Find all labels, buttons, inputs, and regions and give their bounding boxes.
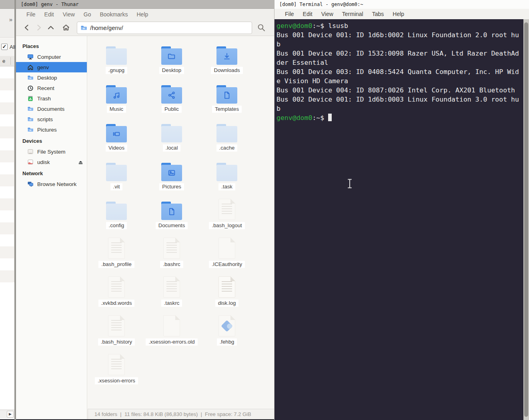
file-item[interactable]: .gnupg	[89, 40, 144, 74]
sidebar-item-genv[interactable]: genv	[16, 62, 87, 72]
documents-folder-icon	[161, 202, 182, 220]
terminal-prompt-line: genv@dom0:~$	[277, 113, 523, 122]
menu-item-help[interactable]: Help	[389, 10, 408, 18]
terminal-screen[interactable]: genv@dom0:~$ lsusb Bus 001 Device 001: I…	[275, 19, 523, 420]
file-item[interactable]: Templates	[199, 79, 254, 113]
file-item[interactable]: .bash_profile	[89, 234, 144, 268]
path-bar[interactable]	[77, 22, 252, 34]
script-file-icon	[218, 315, 235, 336]
terminal-scrollbar[interactable]	[523, 19, 529, 420]
background-window: » ✓ All e ▶	[0, 0, 16, 420]
menu-item-bookmarks[interactable]: Bookmarks	[96, 10, 132, 19]
file-item[interactable]: .bashrc	[144, 234, 199, 268]
folder-icon	[27, 106, 34, 112]
background-window-titlebar	[0, 0, 14, 9]
menu-item-edit[interactable]: Edit	[40, 10, 58, 19]
menu-item-file[interactable]: File	[281, 10, 298, 18]
terminal-output-line: b	[277, 104, 523, 113]
file-item[interactable]: .vit	[89, 156, 144, 190]
up-icon	[47, 24, 55, 32]
file-item[interactable]: .fehbg	[199, 312, 254, 346]
sidebar-item-recent[interactable]: Recent	[16, 83, 87, 93]
pictures-folder-icon	[161, 163, 182, 181]
sidebar-item-udisk[interactable]: udisk	[16, 157, 87, 167]
path-input[interactable]	[90, 24, 248, 31]
terminal-window: [dom0] Terminal - genv@dom0:~ File Edit …	[275, 0, 529, 420]
menu-item-edit[interactable]: Edit	[299, 10, 317, 18]
folder-icon	[161, 46, 182, 65]
scroll-right-button[interactable]: ▶	[7, 411, 14, 418]
harddisk-icon	[27, 148, 34, 155]
sidebar-item-browse-network[interactable]: Browse Network	[16, 179, 87, 189]
sidebar-item-desktop[interactable]: Desktop	[16, 72, 87, 83]
thunar-sidebar: Places Computer genv Desktop Recent Tras…	[16, 36, 87, 419]
public-folder-icon	[161, 85, 182, 104]
terminal-output-line: e Vision HD Camera	[277, 76, 523, 86]
file-grid[interactable]: .gnupg Desktop Downloads Music Public Te…	[87, 36, 274, 419]
toolbar-overflow-button[interactable]: »	[9, 16, 12, 23]
file-item[interactable]: Downloads	[199, 40, 254, 74]
file-item[interactable]: .ICEauthority	[199, 234, 254, 268]
search-button[interactable]	[255, 22, 267, 34]
sidebar-item-file-system[interactable]: File System	[16, 146, 87, 157]
text-file-icon	[108, 238, 125, 259]
sidebar-item-trash[interactable]: Trash	[16, 93, 87, 104]
terminal-prompt-line: genv@dom0:~$ lsusb	[277, 21, 523, 30]
blank-file-icon	[218, 238, 235, 259]
video-emblem-icon	[112, 130, 121, 138]
column-header[interactable]: e	[0, 56, 14, 66]
scrollbar-thumb[interactable]	[524, 22, 528, 417]
folder-emblem-icon	[167, 52, 176, 61]
file-item[interactable]: .taskrc	[144, 273, 199, 307]
file-item[interactable]: .cache	[199, 118, 254, 152]
text-file-icon	[218, 276, 235, 298]
text-file-icon	[108, 354, 125, 375]
file-item[interactable]: .xvkbd.words	[89, 273, 144, 307]
terminal-output-line: Bus 002 Device 001: ID 1d6b:0003 Linux F…	[277, 95, 523, 104]
trash-icon	[27, 95, 34, 102]
terminal-output-line: Bus 001 Device 002: ID 1532:0098 Razer U…	[277, 49, 523, 58]
back-button[interactable]	[21, 22, 33, 34]
terminal-cursor	[328, 114, 332, 121]
thunar-toolbar	[16, 20, 274, 36]
sidebar-item-computer[interactable]: Computer	[16, 52, 87, 62]
file-item[interactable]: .bash_logout	[199, 195, 254, 229]
forward-button[interactable]	[33, 22, 45, 34]
menu-item-tabs[interactable]: Tabs	[368, 10, 388, 18]
home-button[interactable]	[60, 22, 72, 34]
menu-item-help[interactable]: Help	[133, 10, 152, 19]
sidebar-item-documents[interactable]: Documents	[16, 104, 87, 114]
menu-item-view[interactable]: View	[317, 10, 337, 18]
file-item[interactable]: .xsession-errors.old	[144, 312, 199, 346]
file-item[interactable]: .task	[199, 156, 254, 190]
file-item[interactable]: Desktop	[144, 40, 199, 74]
file-item[interactable]: Videos	[89, 118, 144, 152]
eject-icon[interactable]	[78, 159, 84, 165]
file-item[interactable]: .local	[144, 118, 199, 152]
up-button[interactable]	[45, 22, 57, 34]
sidebar-item-scripts[interactable]: scripts	[16, 114, 87, 124]
file-item[interactable]: Pictures	[144, 156, 199, 190]
folder-icon	[27, 116, 34, 122]
file-item[interactable]: Public	[144, 79, 199, 113]
horizontal-scrollbar[interactable]: ▶	[0, 410, 14, 418]
current-folder-icon	[80, 24, 87, 31]
all-checkbox[interactable]: ✓	[1, 44, 8, 50]
sidebar-item-pictures[interactable]: Pictures	[16, 124, 87, 135]
hidden-folder-icon	[216, 163, 238, 181]
file-item[interactable]: disk.log	[199, 273, 254, 307]
menu-item-go[interactable]: Go	[80, 10, 95, 19]
menu-item-view[interactable]: View	[59, 10, 79, 19]
file-item[interactable]: Music	[89, 79, 144, 113]
file-item[interactable]: Documents	[144, 195, 199, 229]
terminal-output-line: Bus 001 Device 004: ID 8087:0026 Intel C…	[277, 86, 523, 95]
file-item[interactable]: .xsession-errors	[89, 350, 144, 384]
file-item[interactable]: .config	[89, 195, 144, 229]
share-emblem-icon	[167, 91, 176, 100]
image-emblem-icon	[167, 168, 176, 177]
thunar-window: [dom0] genv - Thunar File Edit View Go B…	[16, 0, 275, 420]
menu-item-terminal[interactable]: Terminal	[338, 10, 367, 18]
menu-item-file[interactable]: File	[22, 10, 40, 19]
sidebar-section-places: Places	[16, 40, 87, 52]
file-item[interactable]: .bash_history	[89, 312, 144, 346]
